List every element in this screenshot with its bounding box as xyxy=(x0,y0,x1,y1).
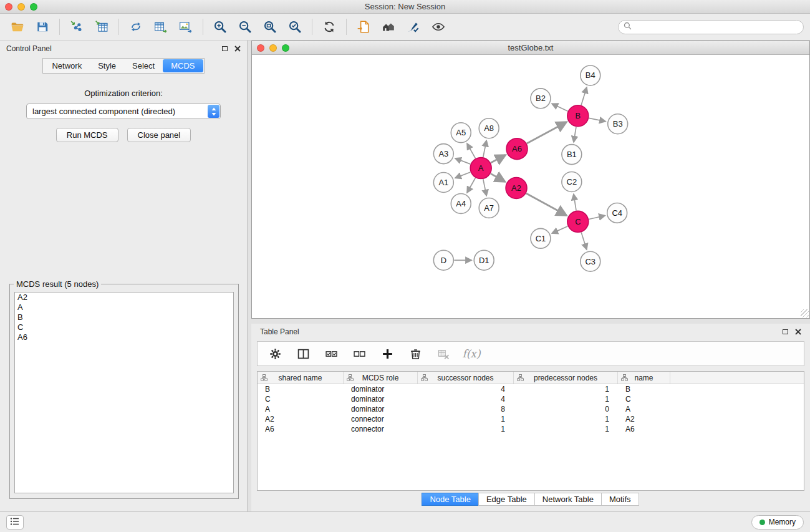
zoom-out-icon[interactable] xyxy=(234,17,256,37)
deselect-all-icon[interactable] xyxy=(352,346,367,361)
node-A3[interactable]: A3 xyxy=(433,144,453,164)
network-canvas[interactable]: B4B2BB3A5A8A6B1A3AC2A1A2A4A7C4CC1C3DD1 xyxy=(252,55,809,318)
edge-C-C2[interactable] xyxy=(574,194,576,210)
import-network-icon[interactable] xyxy=(65,17,88,37)
node-B4[interactable]: B4 xyxy=(581,65,600,85)
zoom-window-button[interactable] xyxy=(30,3,37,11)
zoom-fit-icon[interactable] xyxy=(259,17,281,37)
open-document-icon[interactable] xyxy=(352,17,375,37)
export-table-icon[interactable] xyxy=(150,17,172,37)
show-hide-icon[interactable] xyxy=(427,17,450,37)
optimization-criterion-select[interactable]: largest connected component (directed) xyxy=(26,104,221,119)
node-C1[interactable]: C1 xyxy=(531,228,551,248)
edge-A-A3[interactable] xyxy=(455,158,470,164)
edge-B-B3[interactable] xyxy=(589,118,605,121)
mcds-result-item[interactable]: A xyxy=(15,302,233,312)
float-panel-icon[interactable] xyxy=(222,46,228,51)
edge-C-C3[interactable] xyxy=(581,233,587,250)
close-panel-icon[interactable] xyxy=(234,43,241,54)
home-icon[interactable] xyxy=(377,17,400,37)
float-table-panel-icon[interactable] xyxy=(783,329,788,334)
zoom-selected-icon[interactable] xyxy=(284,17,306,37)
split-panel-icon[interactable] xyxy=(296,346,311,361)
refresh-view-icon[interactable] xyxy=(318,17,340,37)
node-D1[interactable]: D1 xyxy=(474,250,494,270)
node-A6[interactable]: A6 xyxy=(506,138,528,160)
edge-A2-C[interactable] xyxy=(526,193,567,215)
table-row[interactable]: A2connector11A2 xyxy=(258,414,804,424)
node-A1[interactable]: A1 xyxy=(433,173,453,193)
table-row[interactable]: Adominator80A xyxy=(258,404,804,414)
edge-A-A2[interactable] xyxy=(491,173,505,181)
tab-network-table[interactable]: Network Table xyxy=(534,493,602,506)
edge-C-C1[interactable] xyxy=(552,226,567,233)
node-A4[interactable]: A4 xyxy=(451,193,471,213)
mcds-result-list[interactable]: A2ABCA6 xyxy=(14,292,234,493)
resize-grip[interactable] xyxy=(801,309,809,317)
node-A8[interactable]: A8 xyxy=(479,118,499,138)
column-header-successor-nodes[interactable]: successor nodes xyxy=(418,372,514,384)
zoom-in-icon[interactable] xyxy=(209,17,231,37)
column-header-name[interactable]: name xyxy=(618,372,670,384)
tab-edge-table[interactable]: Edge Table xyxy=(478,493,535,506)
apply-style-icon[interactable] xyxy=(402,17,425,37)
open-session-icon[interactable] xyxy=(6,17,29,37)
network-graph[interactable]: B4B2BB3A5A8A6B1A3AC2A1A2A4A7C4CC1C3DD1 xyxy=(252,55,809,318)
mcds-result-item[interactable]: A2 xyxy=(15,293,233,302)
tab-style[interactable]: Style xyxy=(90,59,124,72)
memory-button[interactable]: Memory xyxy=(751,515,804,530)
node-A[interactable]: A xyxy=(470,158,491,179)
tab-node-table[interactable]: Node Table xyxy=(422,493,479,506)
run-mcds-button[interactable]: Run MCDS xyxy=(56,128,118,142)
tab-network[interactable]: Network xyxy=(44,59,90,72)
save-session-icon[interactable] xyxy=(31,17,54,37)
tab-motifs[interactable]: Motifs xyxy=(601,493,639,506)
node-B1[interactable]: B1 xyxy=(562,145,582,165)
column-header-mcds-role[interactable]: MCDS role xyxy=(344,372,418,384)
table-row[interactable]: A6connector11A6 xyxy=(258,424,804,434)
close-window-button[interactable] xyxy=(5,3,12,11)
edge-A-A7[interactable] xyxy=(483,179,486,196)
minimize-window-button[interactable] xyxy=(17,3,25,11)
node-B2[interactable]: B2 xyxy=(531,89,551,109)
mcds-result-item[interactable]: C xyxy=(15,322,233,332)
node-A2[interactable]: A2 xyxy=(506,178,527,199)
edge-B-B1[interactable] xyxy=(574,127,576,142)
column-header-shared-name[interactable]: shared name xyxy=(258,372,344,384)
delete-rows-icon[interactable] xyxy=(408,346,423,361)
node-C[interactable]: C xyxy=(567,211,589,232)
add-row-icon[interactable] xyxy=(380,346,395,361)
table-row[interactable]: Cdominator41C xyxy=(258,394,804,404)
table-settings-icon[interactable] xyxy=(268,346,282,361)
node-D[interactable]: D xyxy=(433,250,453,270)
node-A5[interactable]: A5 xyxy=(451,123,471,143)
new-network-icon[interactable] xyxy=(125,17,147,37)
node-A7[interactable]: A7 xyxy=(479,198,499,218)
export-image-icon[interactable] xyxy=(175,17,197,37)
node-C2[interactable]: C2 xyxy=(562,172,582,192)
column-header-predecessor-nodes[interactable]: predecessor nodes xyxy=(514,372,618,384)
edge-C-C4[interactable] xyxy=(589,216,605,220)
edge-A-A8[interactable] xyxy=(483,140,486,157)
node-C3[interactable]: C3 xyxy=(581,251,600,271)
mcds-result-item[interactable]: B xyxy=(15,312,233,322)
edge-A-A1[interactable] xyxy=(455,172,470,178)
table-row[interactable]: Bdominator41B xyxy=(258,384,804,394)
tab-select[interactable]: Select xyxy=(124,59,163,72)
edge-A-A6[interactable] xyxy=(491,155,506,163)
edge-A6-B[interactable] xyxy=(527,122,567,143)
network-close-button[interactable] xyxy=(257,44,264,52)
mcds-result-item[interactable]: A6 xyxy=(15,332,233,342)
network-minimize-button[interactable] xyxy=(269,44,277,52)
edge-A-A5[interactable] xyxy=(467,143,475,158)
search-input[interactable] xyxy=(635,22,798,32)
close-mcds-panel-button[interactable]: Close panel xyxy=(127,128,191,142)
node-B[interactable]: B xyxy=(567,105,589,127)
node-C4[interactable]: C4 xyxy=(607,203,627,223)
edge-A-A4[interactable] xyxy=(467,178,475,193)
edge-B-B2[interactable] xyxy=(552,104,568,111)
import-table-icon[interactable] xyxy=(90,17,113,37)
network-zoom-button[interactable] xyxy=(282,44,289,52)
task-history-button[interactable] xyxy=(6,515,24,530)
node-B3[interactable]: B3 xyxy=(608,114,628,134)
